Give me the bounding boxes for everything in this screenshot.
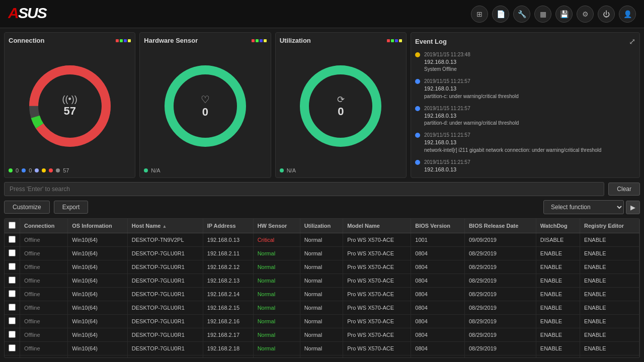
row-connection: Offline [20,233,68,247]
event-log-expand-icon[interactable]: ⤢ [629,37,635,46]
settings-icon[interactable]: ⚙ [577,6,594,23]
row-os: Win10(64) [68,274,128,288]
row-connection: Offline [20,328,68,342]
sensor-panel-icon [252,39,267,42]
row-hw-sensor: Normal [253,328,300,342]
row-ip: 192.168.0.13 [203,233,253,247]
row-model: Pro WS X570-ACE [343,233,411,247]
row-checkbox[interactable] [5,260,20,274]
row-checkbox[interactable] [5,328,20,342]
row-bios-ver: 0804 [411,247,465,260]
th-ip[interactable]: IP Address [203,219,253,233]
table-row[interactable]: Offline Win10(64) DESKTOP-TN9V2PL 192.16… [5,233,639,247]
save-icon[interactable]: 💾 [555,6,573,23]
asus-logo: A SUS [8,3,48,25]
row-model: Pro WS X570-ACE [343,328,411,342]
connection-donut-center: ((•)) 57 [62,94,77,118]
row-connection: Offline [20,288,68,301]
row-utilization: Normal [300,355,343,358]
dashboard-icon[interactable]: ⊞ [471,6,488,23]
th-connection[interactable]: Connection [20,219,68,233]
utilization-value: 0 [338,105,344,118]
th-checkbox [5,219,20,233]
layout-icon[interactable]: ▦ [534,6,551,23]
th-bios-date[interactable]: BIOS Release Date [464,219,536,233]
row-checkbox[interactable] [5,233,20,247]
row-registry: ENABLE [580,247,639,260]
row-utilization: Normal [300,315,343,328]
table-row[interactable]: Offline Win10(64) DESKTOP-7GLU0R1 192.16… [5,288,639,301]
table-row[interactable]: Offline Win10(64) DESKTOP-7GLU0R1 192.16… [5,274,639,288]
row-registry: ENABLE [580,233,639,247]
th-utilization[interactable]: Utilization [300,219,343,233]
event-dot [415,79,420,84]
connection-panel-icon [116,39,131,42]
sensor-legend: N/A [144,165,266,173]
row-registry: ENABLE [580,315,639,328]
connection-panel-header: Connection [9,37,131,44]
row-bios-date: 08/29/2019 [464,315,536,328]
row-registry: ENABLE [580,274,639,288]
row-os: Win10(64) [68,315,128,328]
row-os: Win10(64) [68,233,128,247]
row-checkbox[interactable] [5,301,20,315]
th-registry[interactable]: Registry Editor [580,219,639,233]
event-log-item: 2019/11/15 11:21:57 192.168.0.13 partiti… [415,105,635,127]
row-ip: 192.168.2.11 [203,247,253,260]
row-checkbox[interactable] [5,274,20,288]
table-row[interactable]: Offline Win10(64) DESKTOP-7GLU0R1 192.16… [5,247,639,260]
row-checkbox[interactable] [5,315,20,328]
search-input[interactable] [4,182,604,196]
th-bios-ver[interactable]: BIOS Version [411,219,465,233]
row-model: Pro WS X570-ACE [343,274,411,288]
row-checkbox[interactable] [5,288,20,301]
event-time: 2019/11/15 11:21:57 [424,159,470,166]
th-host[interactable]: Host Name ▲ [127,219,203,233]
th-model[interactable]: Model Name [343,219,411,233]
th-watchdog[interactable]: WatchDog [536,219,580,233]
row-os: Win10(64) [68,342,128,355]
row-connection: Offline [20,315,68,328]
utilization-legend: N/A [280,165,402,173]
export-button[interactable]: Export [54,201,89,214]
row-os: Win10(64) [68,301,128,315]
row-watchdog: DISABLE [536,233,580,247]
select-all-checkbox[interactable] [9,222,16,229]
row-checkbox[interactable] [5,247,20,260]
row-connection: Offline [20,260,68,274]
table-row[interactable]: Offline Win10(64) DESKTOP-7GLU0R1 192.16… [5,342,639,355]
row-hw-sensor: Normal [253,247,300,260]
connection-value: 57 [63,105,75,118]
row-checkbox[interactable] [5,355,20,358]
select-function-dropdown[interactable]: Select functionWake on LANRemote Shutdow… [543,200,624,214]
row-utilization: Normal [300,274,343,288]
table-row[interactable]: Offline Win10(64) DESKTOP-7GLU0R1 192.16… [5,301,639,315]
table-row[interactable]: Offline Win10(64) DESKTOP-7GLU0R1 192.16… [5,328,639,342]
row-checkbox[interactable] [5,342,20,355]
event-ip: 192.168.0.13 [424,166,470,173]
row-watchdog: ENABLE [536,274,580,288]
row-bios-date: 08/29/2019 [464,247,536,260]
th-os[interactable]: OS Information [68,219,128,233]
table-row[interactable]: Offline Win10(64) DESKTOP-7GLU0R1 192.16… [5,315,639,328]
clear-button[interactable]: Clear [608,183,640,196]
row-watchdog: ENABLE [536,260,580,274]
customize-button[interactable]: Customize [4,201,50,214]
row-connection: Offline [20,301,68,315]
event-log-body: 2019/11/15 11:23:48 192.168.0.13 System … [415,51,635,173]
power-icon[interactable]: ⏻ [598,6,615,23]
th-hwsensor[interactable]: HW Sensor [253,219,300,233]
tools-icon[interactable]: 🔧 [513,6,530,23]
user-icon[interactable]: 👤 [619,6,636,23]
toolbar-row: Customize Export Select functionWake on … [4,200,640,214]
table-row[interactable]: Offline Win10(64) DESKTOP-7GLU0R1 192.16… [5,260,639,274]
document-icon[interactable]: 📄 [492,6,509,23]
search-row: Clear [4,182,640,196]
event-log-item: 2019/11/15 11:21:57 192.168.0.13 [415,159,635,173]
row-bios-ver: 1001 [411,233,465,247]
row-ip: 192.168.2.12 [203,260,253,274]
event-log-item: 2019/11/15 11:23:48 192.168.0.13 System … [415,51,635,73]
table-row[interactable]: Offline Win10(64) DESKTOP-7GLU0R1 192.16… [5,355,639,358]
select-function-go-button[interactable]: ▶ [626,201,640,214]
utilization-donut-container: ⟳ 0 [280,46,402,165]
